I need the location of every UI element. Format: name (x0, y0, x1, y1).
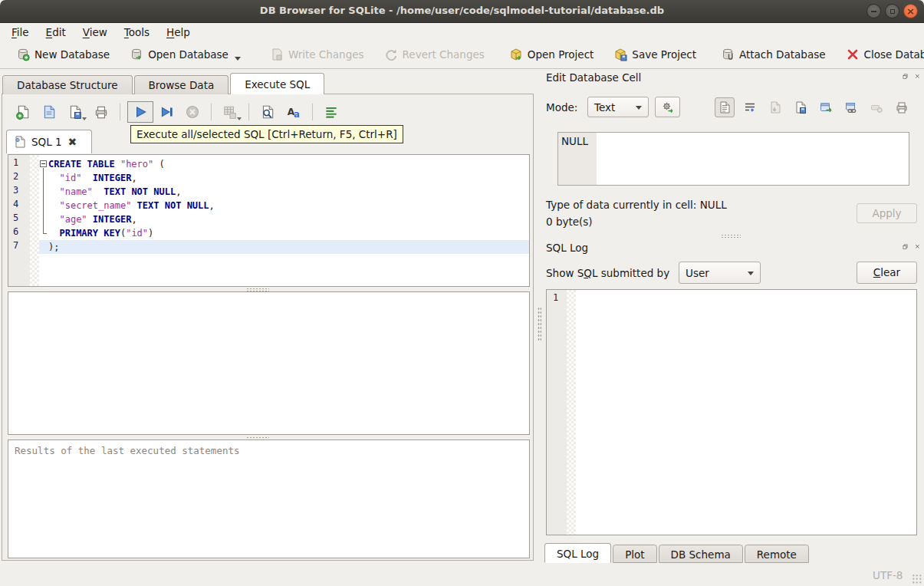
code-text: "secret_name" TEXT NOT NULL, (48, 199, 215, 212)
menu-help[interactable]: Help (158, 25, 199, 40)
save-project-button[interactable]: Save Project (607, 43, 703, 66)
float-panel-button[interactable] (902, 243, 912, 253)
tab-new-button[interactable] (13, 101, 33, 123)
editor-line[interactable]: 3 "name" TEXT NOT NULL, (8, 185, 529, 199)
fold-collapse-icon[interactable] (40, 160, 47, 167)
sql-toolbar: Aa (10, 99, 344, 125)
dropdown-arrow-icon (82, 117, 87, 120)
sql-editor[interactable]: 1CREATE TABLE "hero" (2 "id" INTEGER,3 "… (8, 154, 530, 287)
toolbar-button-label: Open Database (148, 48, 229, 61)
open-external-button[interactable] (816, 97, 836, 117)
editor-line[interactable]: 6 PRIMARY KEY("id") (8, 226, 529, 240)
project-open-icon (509, 48, 523, 61)
import-file-button (765, 97, 785, 117)
sql-toolbar-separator (211, 104, 212, 120)
fold-margin-cell (30, 226, 39, 240)
close-button[interactable]: × (903, 4, 918, 18)
editor-line[interactable]: 2 "id" INTEGER, (8, 171, 529, 185)
editor-line[interactable]: 5 "age" INTEGER, (8, 212, 529, 226)
sql-log-view[interactable]: 1 (546, 289, 917, 535)
fold-marker (39, 226, 48, 240)
edit-cell-dock-buttons (902, 73, 924, 83)
file-save-button[interactable] (65, 101, 85, 123)
dock-tab-plot[interactable]: Plot (613, 545, 656, 563)
format-sql-button[interactable]: Aa (284, 101, 304, 123)
line-number: 5 (8, 212, 30, 226)
code-text: ); (48, 240, 59, 254)
print-cell-button[interactable] (892, 97, 912, 117)
export-file-button[interactable] (791, 97, 811, 117)
dock-tab-db-schema[interactable]: DB Schema (659, 545, 743, 563)
text-doc-button[interactable] (715, 97, 735, 117)
stop-button (182, 101, 202, 123)
line-number: 4 (8, 199, 30, 212)
fold-line (43, 199, 44, 212)
fold-margin-cell (30, 199, 39, 212)
minimize-icon (871, 11, 876, 12)
resize-grip[interactable] (912, 574, 922, 584)
sql-log-filter-select[interactable]: User (679, 262, 761, 284)
close-panel-button[interactable] (914, 73, 924, 83)
sql-document-tab[interactable]: SQL 1 ✖ (6, 130, 92, 153)
mode-label: Mode: (546, 101, 577, 114)
menu-tools[interactable]: Tools (116, 25, 158, 40)
execute-line-button[interactable] (156, 101, 176, 123)
find-icon (260, 104, 275, 120)
cell-size-text: 0 byte(s) (546, 216, 593, 228)
close-database-button[interactable]: Close Database (839, 43, 924, 66)
code-text: "age" INTEGER, (48, 212, 137, 226)
fold-marker (39, 157, 48, 171)
apply-button[interactable]: Apply (857, 203, 917, 223)
auto-apply-button[interactable] (655, 97, 680, 117)
editor-line[interactable]: 4 "secret_name" TEXT NOT NULL, (8, 199, 529, 212)
dock-tab-remote[interactable]: Remote (745, 545, 809, 563)
open-database-button[interactable]: Open Database (123, 43, 248, 66)
titlebar[interactable]: DB Browser for SQLite - /home/user/code/… (0, 0, 924, 23)
file-open-button[interactable] (39, 101, 59, 123)
cell-editor[interactable]: NULL (557, 132, 909, 186)
code-text: "id" INTEGER, (48, 171, 137, 185)
set-null-icon (870, 100, 883, 114)
execute-button[interactable] (127, 101, 153, 123)
menu-view[interactable]: View (74, 25, 116, 40)
code-text: PRIMARY KEY("id") (48, 226, 153, 240)
dock-splitter-handle[interactable] (721, 234, 741, 238)
word-wrap-button[interactable] (740, 97, 760, 117)
menu-file[interactable]: File (3, 25, 38, 40)
attach-database-button[interactable]: Attach Database (714, 43, 833, 66)
mode-select[interactable]: Text (587, 97, 649, 117)
db-open-icon (130, 48, 143, 61)
new-database-button[interactable]: New Database (9, 43, 117, 66)
editor-line[interactable]: 7); (8, 240, 529, 254)
float-panel-button[interactable] (902, 73, 912, 83)
text-doc-icon (718, 100, 732, 114)
maximize-button[interactable] (885, 4, 899, 18)
toggle-results-button[interactable] (321, 101, 341, 123)
dock-tab-bar: SQL LogPlotDB SchemaRemote (544, 543, 809, 563)
clear-button[interactable]: Clear (857, 262, 917, 284)
tab-browse-data[interactable]: Browse Data (134, 75, 229, 94)
close-tab-icon[interactable]: ✖ (68, 136, 77, 148)
fold-marker (39, 212, 48, 226)
fold-marker (39, 240, 48, 254)
copy-url-button[interactable] (841, 97, 861, 117)
stop-icon (185, 104, 200, 120)
print-button[interactable] (91, 101, 111, 123)
vertical-splitter-handle[interactable] (538, 307, 541, 341)
sql-toolbar-separator (120, 104, 120, 120)
tab-database-structure[interactable]: Database Structure (2, 75, 133, 94)
open-external-icon (819, 100, 833, 114)
save-results-button (220, 101, 240, 123)
sql-log-fold-margin (567, 290, 576, 535)
open-project-button[interactable]: Open Project (502, 43, 601, 66)
tab-execute-sql[interactable]: Execute SQL (230, 73, 324, 94)
menu-edit[interactable]: Edit (38, 25, 74, 40)
editor-line[interactable]: 1CREATE TABLE "hero" ( (8, 157, 529, 171)
copy-url-icon (844, 100, 858, 114)
file-open-icon (41, 104, 57, 120)
find-button[interactable] (258, 101, 278, 123)
sql-toolbar-separator (312, 104, 313, 120)
dock-tab-sql-log[interactable]: SQL Log (544, 543, 611, 563)
close-panel-button[interactable] (914, 243, 924, 253)
minimize-button[interactable] (866, 4, 881, 18)
